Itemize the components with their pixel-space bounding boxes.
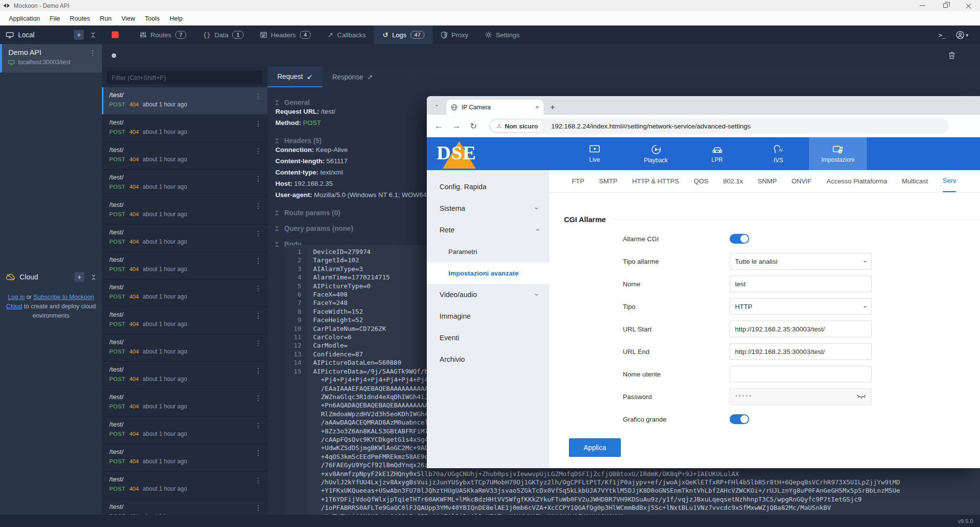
log-entry-kebab-icon[interactable]: ⋮ [255,367,262,375]
camera-tab-serv[interactable]: Serv [943,170,956,192]
log-entry[interactable]: /test/POST404about 1 hour ago⋮ [102,417,268,444]
menu-item-view[interactable]: View [117,15,140,22]
log-entry[interactable]: /test/POST404about 1 hour ago⋮ [102,170,268,197]
log-entry[interactable]: /test/POST404about 1 hour ago⋮ [102,307,268,334]
camera-tab-snmp[interactable]: SNMP [758,170,777,192]
allarme-cgi-toggle[interactable] [730,234,749,244]
camera-nav-live[interactable]: Live [564,137,625,170]
record-indicator-icon[interactable] [112,53,116,58]
camera-menu-impostazioni-avanzate[interactable]: Impostazioni avanzate [427,262,549,284]
log-entry-kebab-icon[interactable]: ⋮ [255,92,262,100]
log-entry-kebab-icon[interactable]: ⋮ [255,477,262,484]
nome-field[interactable]: test [730,276,872,292]
menu-item-help[interactable]: Help [165,15,188,22]
tipo-allarme-select[interactable]: Tutte le analisi› [730,253,872,270]
camera-nav-impostazioni[interactable]: Impostazioni [809,137,867,170]
forward-icon[interactable]: → [452,121,461,131]
toolbar-tab-headers[interactable]: Headers4 [252,25,319,44]
cloud-add-button[interactable]: + [74,272,84,282]
toolbar-tab-routes[interactable]: Routes7 [131,25,195,44]
log-entry-kebab-icon[interactable]: ⋮ [255,449,262,457]
menu-item-routes[interactable]: Routes [65,15,95,22]
tab-close-icon[interactable]: × [535,103,539,111]
dse-logo[interactable]: DSE [436,137,494,170]
log-entry-kebab-icon[interactable]: ⋮ [255,147,262,155]
log-entry-kebab-icon[interactable]: ⋮ [255,257,262,265]
camera-nav-playback[interactable]: Playback [625,137,686,170]
camera-tab-802-1x[interactable]: 802.1x [723,170,743,192]
log-entry-kebab-icon[interactable]: ⋮ [255,504,262,512]
camera-menu-sistema[interactable]: Sistema› [427,198,549,219]
log-entry-kebab-icon[interactable]: ⋮ [255,202,262,210]
applica-button[interactable]: Applica [569,438,621,457]
tab-request[interactable]: Request ↙ [268,67,322,87]
back-icon[interactable]: ← [435,121,443,131]
menu-item-file[interactable]: File [45,15,65,22]
add-environment-button[interactable]: + [74,30,84,40]
camera-menu-immagine[interactable]: Immagine [427,305,549,327]
log-entry[interactable]: /test/POST404about 1 hour ago⋮ [102,499,268,515]
new-tab-button[interactable]: + [550,103,555,112]
maximize-button[interactable] [934,0,957,11]
log-entry[interactable]: /test/POST404about 1 hour ago⋮ [102,225,268,252]
toolbar-tab-proxy[interactable]: Proxy [433,25,477,44]
camera-menu-video-audio[interactable]: Video/audio› [427,284,549,305]
browser-tab-ip-camera[interactable]: IP Camera × [446,100,543,115]
camera-tab-onvif[interactable]: ONVIF [791,170,811,192]
nome-utente-field[interactable] [730,366,872,382]
toolbar-tab-settings[interactable]: Settings [477,25,528,44]
login-link[interactable]: Log in [8,294,24,301]
tab-search-chevron-icon[interactable]: › [434,100,440,111]
log-entry-kebab-icon[interactable]: ⋮ [255,120,262,127]
log-entry-kebab-icon[interactable]: ⋮ [255,422,262,429]
log-entry[interactable]: /test/POST404about 1 hour ago⋮ [102,444,268,472]
camera-tab-http-https[interactable]: HTTP & HTTPS [632,170,679,192]
log-entry[interactable]: /test/POST404about 1 hour ago⋮ [102,362,268,389]
log-entry-kebab-icon[interactable]: ⋮ [255,175,262,182]
log-entry[interactable]: /test/POST404about 1 hour ago⋮ [102,197,268,225]
log-entry-kebab-icon[interactable]: ⋮ [255,284,262,292]
logs-filter-input[interactable] [107,71,263,84]
minimize-button[interactable] [911,0,934,11]
camera-menu-eventi[interactable]: Eventi [427,327,549,349]
log-entry-kebab-icon[interactable]: ⋮ [255,394,262,402]
menu-item-tools[interactable]: Tools [140,15,165,22]
eye-closed-icon[interactable] [857,394,866,400]
url-end-field[interactable]: http://192.168.2.35:30003/test/ [730,343,872,360]
close-button[interactable] [957,0,980,11]
toolbar-tab-callbacks[interactable]: ↗Callbacks [319,25,374,44]
log-entry[interactable]: /test/POST404about 1 hour ago⋮ [102,472,268,499]
menu-item-run[interactable]: Run [95,15,117,22]
stop-server-button[interactable] [112,31,119,38]
environment-item-demo-api[interactable]: Demo API localhost:30003/test ⋮ [0,44,102,73]
camera-tab-smtp[interactable]: SMTP [599,170,618,192]
log-entry[interactable]: /test/POST404about 1 hour ago⋮ [102,142,268,170]
log-entry[interactable]: /test/POST404about 1 hour ago⋮ [102,115,268,142]
camera-tab-ftp[interactable]: FTP [572,170,585,192]
log-entry-kebab-icon[interactable]: ⋮ [255,312,262,320]
toolbar-tab-logs[interactable]: ↺Logs47 [374,25,433,44]
log-entry[interactable]: /test/POST404about 1 hour ago⋮ [102,252,268,279]
collapse-sidebar-icon[interactable] [91,32,96,38]
camera-nav-ivs[interactable]: AIIVS [748,137,809,170]
camera-tab-multicast[interactable]: Multicast [902,170,928,192]
camera-tab-accesso-piattaforma[interactable]: Accesso Piattaforma [827,170,887,192]
grafico-grande-toggle[interactable] [730,414,749,424]
log-entry-kebab-icon[interactable]: ⋮ [255,339,262,347]
reload-icon[interactable]: ↻ [470,121,477,131]
security-badge[interactable]: ⚠ Non sicuro [490,120,544,132]
cloud-collapse-icon[interactable] [91,274,96,280]
log-entry[interactable]: /test/POST404about 1 hour ago⋮ [102,279,268,307]
toolbar-tab-data[interactable]: {}Data1 [195,25,252,44]
camera-menu-archivio[interactable]: Archivio [427,349,549,370]
tipo-select[interactable]: HTTP› [730,298,872,315]
camera-tab-qos[interactable]: QOS [694,170,709,192]
log-entry[interactable]: /test/POST404about 1 hour ago⋮ [102,334,268,362]
camera-menu-config-rapida[interactable]: Config. Rapida [427,176,549,198]
log-entry[interactable]: /test/POST404about 1 hour ago⋮ [102,87,268,115]
tab-response[interactable]: Response ↗ [322,67,383,87]
camera-menu-rete[interactable]: Rete› [427,219,549,241]
log-entry-kebab-icon[interactable]: ⋮ [255,229,262,237]
menu-item-application[interactable]: Application [4,15,45,22]
local-environments-header[interactable]: Local + [0,25,102,44]
